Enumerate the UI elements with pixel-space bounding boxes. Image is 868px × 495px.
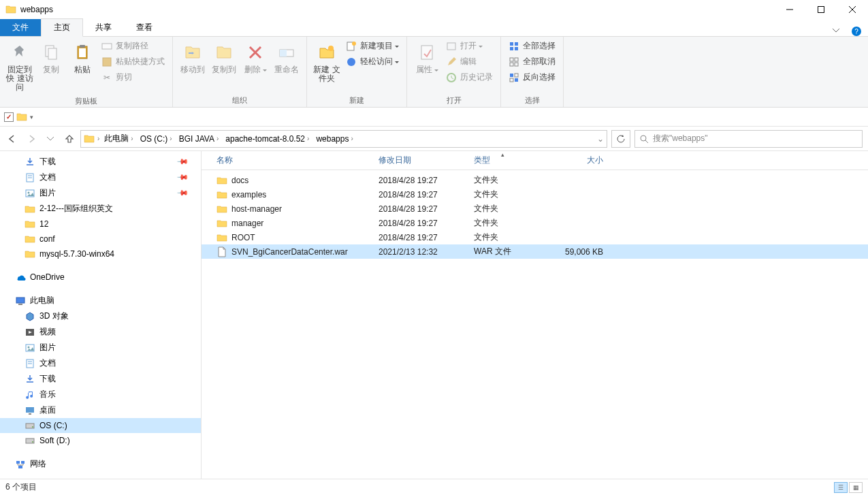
- history-button[interactable]: 历史记录: [443, 70, 496, 84]
- recent-locations-button[interactable]: [44, 132, 57, 146]
- column-modified[interactable]: 修改日期: [379, 155, 474, 166]
- tree-item[interactable]: 下载📌: [0, 154, 201, 170]
- details-view-button[interactable]: ☰: [834, 482, 848, 493]
- new-item-button[interactable]: 新建项目: [342, 39, 402, 53]
- tree-item[interactable]: 视频: [0, 324, 201, 340]
- svg-rect-27: [515, 58, 518, 61]
- open-button[interactable]: 打开: [443, 39, 496, 53]
- help-button[interactable]: ?: [852, 27, 861, 36]
- breadcrumb-item[interactable]: webapps›: [314, 134, 355, 144]
- icons-view-button[interactable]: ▦: [849, 482, 863, 493]
- tree-item-label: 下载: [39, 156, 56, 167]
- rename-button[interactable]: 重命名: [271, 39, 302, 77]
- tree-item[interactable]: 图片📌: [0, 185, 201, 201]
- qat-check-icon[interactable]: ✓: [4, 112, 14, 122]
- close-button[interactable]: [837, 0, 868, 18]
- tree-item[interactable]: 2-12---国际组织英文: [0, 201, 201, 217]
- forward-button[interactable]: [25, 132, 38, 146]
- tree-item[interactable]: 下载: [0, 371, 201, 387]
- file-row[interactable]: ROOT2018/4/28 19:27文件夹: [202, 230, 868, 244]
- svg-point-18: [347, 58, 355, 66]
- qat-dropdown[interactable]: ▾: [30, 114, 33, 121]
- sort-indicator-icon: ▴: [501, 151, 504, 158]
- file-row[interactable]: host-manager2018/4/28 19:27文件夹: [202, 202, 868, 216]
- tree-item[interactable]: OneDrive: [0, 270, 201, 285]
- file-row[interactable]: docs2018/4/28 19:27文件夹: [202, 173, 868, 187]
- qat-folder-icon[interactable]: [16, 112, 27, 123]
- tree-item[interactable]: 文档📌: [0, 170, 201, 185]
- tree-item[interactable]: 音乐: [0, 387, 201, 402]
- tree-item-label: 音乐: [39, 389, 56, 400]
- back-button[interactable]: [5, 132, 19, 146]
- move-to-button[interactable]: 移动到: [177, 39, 208, 77]
- cut-button[interactable]: ✂剪切: [98, 70, 168, 84]
- address-bar[interactable]: › 此电脑› OS (C:)› BGI JAVA› apache-tomcat-…: [80, 130, 607, 148]
- minimize-button[interactable]: [774, 0, 805, 18]
- breadcrumb-item[interactable]: OS (C:)›: [138, 134, 174, 144]
- copy-path-button[interactable]: 复制路径: [98, 39, 168, 53]
- tab-home[interactable]: 主页: [41, 18, 83, 37]
- address-dropdown[interactable]: ⌄: [597, 134, 604, 144]
- maximize-button[interactable]: [805, 0, 837, 18]
- paste-button[interactable]: 粘贴: [67, 39, 98, 77]
- tab-share[interactable]: 共享: [83, 19, 124, 36]
- ribbon-group-new: 新建 文件夹 新建项目 轻松访问 新建: [307, 37, 407, 107]
- select-all-button[interactable]: 全部选择: [505, 39, 559, 53]
- tab-view[interactable]: 查看: [124, 19, 165, 36]
- tree-item[interactable]: 桌面: [0, 402, 201, 418]
- tree-item[interactable]: conf: [0, 231, 201, 246]
- tree-item[interactable]: mysql-5.7.30-winx64: [0, 246, 201, 261]
- new-folder-button[interactable]: 新建 文件夹: [311, 39, 342, 86]
- invert-selection-button[interactable]: 反向选择: [505, 70, 559, 84]
- column-type[interactable]: 类型: [474, 155, 556, 166]
- breadcrumb-item[interactable]: BGI JAVA›: [177, 134, 221, 144]
- edit-button[interactable]: 编辑: [443, 54, 496, 69]
- file-row[interactable]: manager2018/4/28 19:27文件夹: [202, 216, 868, 230]
- column-headers: 名称 修改日期 类型 大小 ▴: [202, 151, 868, 170]
- window-controls: [774, 0, 868, 18]
- copy-to-button[interactable]: 复制到: [208, 39, 240, 77]
- file-list[interactable]: docs2018/4/28 19:27文件夹examples2018/4/28 …: [202, 170, 868, 479]
- up-button[interactable]: [63, 132, 76, 146]
- pin-quickaccess-button[interactable]: 固定到快 速访问: [4, 39, 35, 95]
- group-label-clipboard: 剪贴板: [4, 95, 168, 108]
- collapse-ribbon-button[interactable]: [827, 24, 845, 36]
- file-row[interactable]: examples2018/4/28 19:27文件夹: [202, 187, 868, 202]
- tree-item-label: Soft (D:): [39, 436, 70, 445]
- group-label-open: 打开: [411, 94, 496, 107]
- onedrive-icon: [15, 272, 26, 283]
- copy-button[interactable]: 复制: [35, 39, 67, 77]
- chevron-right-icon[interactable]: ›: [97, 135, 99, 142]
- tree-item-label: 桌面: [39, 404, 56, 416]
- tab-file[interactable]: 文件: [0, 19, 41, 36]
- tree-item[interactable]: 3D 对象: [0, 308, 201, 324]
- breadcrumb-item[interactable]: apache-tomcat-8.0.52›: [223, 134, 311, 144]
- svg-rect-29: [515, 63, 518, 66]
- svg-rect-28: [510, 63, 513, 66]
- file-row[interactable]: SVN_BgiCancerDataCenter.war2021/2/13 12:…: [202, 244, 868, 259]
- svg-rect-33: [515, 78, 518, 82]
- tree-item[interactable]: 此电脑: [0, 293, 201, 308]
- pc-icon: [15, 296, 26, 306]
- breadcrumb-item[interactable]: 此电脑›: [102, 133, 135, 144]
- item-count: 6 个项目: [5, 481, 37, 493]
- easy-access-button[interactable]: 轻松访问: [342, 54, 402, 69]
- delete-button[interactable]: 删除: [240, 39, 271, 77]
- paste-shortcut-button[interactable]: 粘贴快捷方式: [98, 54, 168, 69]
- select-none-button[interactable]: 全部取消: [505, 54, 559, 69]
- file-icon: [216, 246, 227, 257]
- tree-item[interactable]: 图片: [0, 340, 201, 355]
- tree-item[interactable]: 文档: [0, 355, 201, 371]
- tree-item[interactable]: 12: [0, 217, 201, 231]
- tree-item[interactable]: Soft (D:): [0, 433, 201, 448]
- search-box[interactable]: 搜索"webapps": [634, 130, 863, 148]
- svg-rect-30: [510, 74, 513, 77]
- tree-item[interactable]: 网络: [0, 456, 201, 472]
- svg-rect-26: [510, 58, 513, 61]
- column-name[interactable]: 名称: [202, 155, 379, 166]
- nav-tree[interactable]: 下载📌文档📌图片📌2-12---国际组织英文12confmysql-5.7.30…: [0, 151, 202, 479]
- tree-item[interactable]: OS (C:): [0, 418, 201, 433]
- properties-button[interactable]: 属性: [411, 39, 443, 77]
- refresh-button[interactable]: [611, 130, 630, 148]
- column-size[interactable]: 大小: [556, 155, 610, 166]
